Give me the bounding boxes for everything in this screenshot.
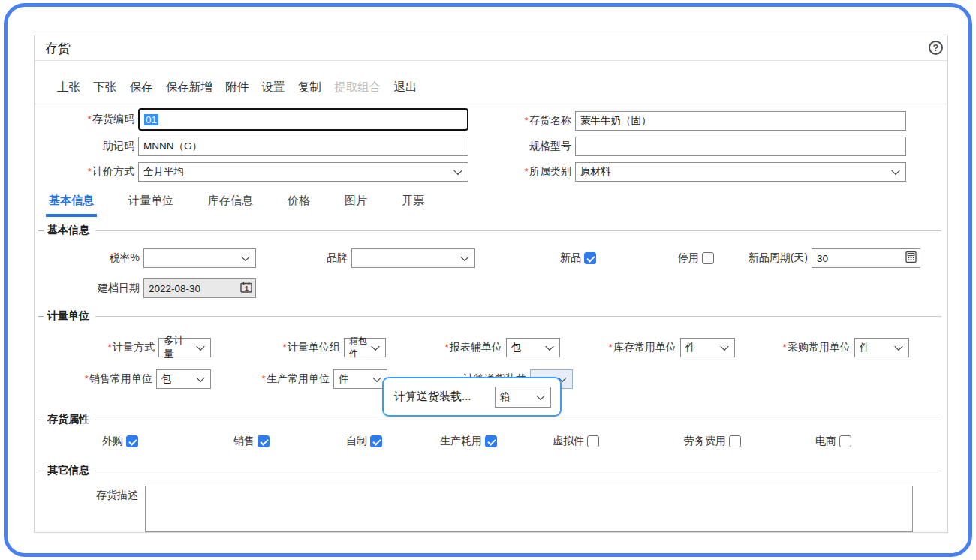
brand-label: 品牌 xyxy=(258,251,351,265)
calendar-icon[interactable]: 1 xyxy=(240,282,252,295)
field-inventory-code: *存货编码 01 xyxy=(35,109,468,130)
attr-sales-checkbox[interactable] xyxy=(258,435,270,447)
attr-self-made-label: 自制 xyxy=(346,435,367,448)
tab-picture[interactable]: 图片 xyxy=(342,191,370,217)
field-measure-method: *计量方式 多计量 xyxy=(35,337,211,358)
category-label: 所属类别 xyxy=(529,165,571,177)
field-inventory-name: *存货名称 蒙牛牛奶（固） xyxy=(470,110,906,131)
toolbar: 上张 下张 保存 保存新增 附件 设置 复制 提取组合 退出 xyxy=(35,61,947,104)
titlebar: 存货 ? xyxy=(35,35,947,61)
toolbar-attachment-button[interactable]: 附件 xyxy=(225,80,249,93)
toolbar-copy-button[interactable]: 复制 xyxy=(298,80,321,93)
outer-frame: 存货 ? 上张 下张 保存 保存新增 附件 设置 复制 提取组合 退出 *存货编… xyxy=(4,3,972,557)
field-new-item: 新品 xyxy=(530,248,596,269)
tab-invoicing[interactable]: 开票 xyxy=(399,191,427,217)
page-title: 存货 xyxy=(45,40,71,57)
inventory-code-input[interactable]: 01 xyxy=(138,108,468,131)
tax-rate-select[interactable] xyxy=(143,248,256,268)
field-brand: 品牌 xyxy=(258,248,475,269)
deactivated-label: 停用 xyxy=(650,251,699,265)
attr-production-consume-label: 生产耗用 xyxy=(440,435,482,448)
attr-labor-cost-checkbox[interactable] xyxy=(729,435,741,447)
sales-common-unit-label: 销售常用单位 xyxy=(89,372,152,384)
toolbar-prev-button[interactable]: 上张 xyxy=(57,80,80,93)
delivery-load-popup-select[interactable]: 箱 xyxy=(495,387,551,408)
pricing-method-label: 计价方式 xyxy=(92,165,134,177)
purchase-common-unit-select[interactable]: 件 xyxy=(854,338,909,357)
tab-measure-unit[interactable]: 计量单位 xyxy=(125,191,176,217)
attr-ecommerce-label: 电商 xyxy=(815,435,836,448)
new-item-label: 新品 xyxy=(530,251,581,265)
created-date-input[interactable]: 2022-08-30 1 xyxy=(143,278,256,298)
attr-labor-cost-label: 劳务费用 xyxy=(684,435,726,448)
attr-virtual-part-label: 虚拟件 xyxy=(553,435,584,448)
pricing-method-select[interactable]: 全月平均 xyxy=(138,162,468,182)
report-aux-unit-label: 报表辅单位 xyxy=(450,341,502,353)
measure-method-select[interactable]: 多计量 xyxy=(158,338,211,357)
attr-outsourced: 外购 xyxy=(102,431,138,452)
field-mnemonic-code: 助记码 MNNN（G） xyxy=(35,136,468,157)
attr-sales-label: 销售 xyxy=(233,435,255,448)
report-aux-unit-select[interactable]: 包 xyxy=(506,338,560,357)
brand-select[interactable] xyxy=(351,248,475,268)
attr-outsourced-label: 外购 xyxy=(102,435,123,448)
calculator-icon[interactable] xyxy=(905,251,917,265)
tab-bar: 基本信息 计量单位 库存信息 价格 图片 开票 xyxy=(46,191,456,217)
new-item-checkbox[interactable] xyxy=(584,252,596,264)
field-report-aux-unit: *报表辅单位 包 xyxy=(393,337,560,358)
selected-text: 01 xyxy=(144,114,158,125)
inventory-name-input[interactable]: 蒙牛牛奶（固） xyxy=(575,111,906,131)
attr-self-made-checkbox[interactable] xyxy=(370,435,382,447)
form-area: *存货编码 01 *存货名称 蒙牛牛奶（固） 助记码 MNNN（G） 规格型号 … xyxy=(35,104,947,531)
field-category: *所属类别 原材料 xyxy=(470,161,906,182)
field-stock-common-unit: *库存常用单位 件 xyxy=(569,337,735,358)
attr-self-made: 自制 xyxy=(346,431,382,452)
mnemonic-code-input[interactable]: MNNN（G） xyxy=(138,137,468,156)
toolbar-exit-button[interactable]: 退出 xyxy=(394,80,417,93)
help-icon[interactable]: ? xyxy=(929,41,943,55)
stock-common-unit-select[interactable]: 件 xyxy=(680,338,735,357)
attr-labor-cost: 劳务费用 xyxy=(684,431,741,452)
field-unit-group: *计量单位组 箱包件 xyxy=(220,337,386,358)
spec-model-label: 规格型号 xyxy=(470,140,575,153)
section-other-info: 其它信息 xyxy=(38,464,941,477)
inventory-name-label: 存货名称 xyxy=(529,114,571,126)
description-label: 存货描述 xyxy=(35,489,142,502)
sales-common-unit-select[interactable]: 包 xyxy=(156,369,211,389)
attr-ecommerce-checkbox[interactable] xyxy=(839,435,851,447)
field-new-item-cycle: 新品周期(天) 30 xyxy=(710,248,920,269)
field-created-date: 建档日期 2022-08-30 1 xyxy=(35,278,256,299)
production-common-unit-label: 生产常用单位 xyxy=(267,372,330,384)
tab-stock-info[interactable]: 库存信息 xyxy=(205,191,256,217)
section-basic-info-title: 基本信息 xyxy=(47,224,89,237)
new-item-cycle-label: 新品周期(天) xyxy=(710,251,812,265)
description-textarea[interactable] xyxy=(145,486,913,532)
attr-outsourced-checkbox[interactable] xyxy=(126,435,138,447)
attr-sales: 销售 xyxy=(233,431,270,452)
production-common-unit-select[interactable]: 件 xyxy=(333,369,387,389)
unit-group-select[interactable]: 箱包件 xyxy=(344,338,386,357)
tab-basic-info[interactable]: 基本信息 xyxy=(46,191,97,217)
field-deactivated: 停用 xyxy=(650,248,714,269)
inventory-code-label: 存货编码 xyxy=(92,113,134,125)
tab-price[interactable]: 价格 xyxy=(285,191,313,217)
attr-virtual-part-checkbox[interactable] xyxy=(587,435,599,447)
section-measure-unit-title: 计量单位 xyxy=(47,309,89,323)
created-date-label: 建档日期 xyxy=(35,282,143,295)
delivery-load-popup: 计算送货装载... 箱 xyxy=(382,377,562,417)
section-attributes-title: 存货属性 xyxy=(47,413,89,426)
field-sales-common-unit: *销售常用单位 包 xyxy=(35,369,211,390)
new-item-cycle-input[interactable]: 30 xyxy=(812,248,920,268)
section-other-info-title: 其它信息 xyxy=(47,464,89,477)
toolbar-settings-button[interactable]: 设置 xyxy=(262,80,285,93)
toolbar-save-new-button[interactable]: 保存新增 xyxy=(166,80,212,93)
delivery-load-popup-label: 计算送货装载... xyxy=(394,390,471,404)
toolbar-next-button[interactable]: 下张 xyxy=(93,80,116,93)
section-basic-info: 基本信息 xyxy=(38,224,941,237)
toolbar-save-button[interactable]: 保存 xyxy=(130,80,153,93)
spec-model-input[interactable] xyxy=(575,137,906,156)
stock-common-unit-label: 库存常用单位 xyxy=(613,341,676,353)
category-select[interactable]: 原材料 xyxy=(575,162,906,182)
attr-production-consume-checkbox[interactable] xyxy=(485,435,497,447)
field-production-common-unit: *生产常用单位 件 xyxy=(211,369,387,390)
